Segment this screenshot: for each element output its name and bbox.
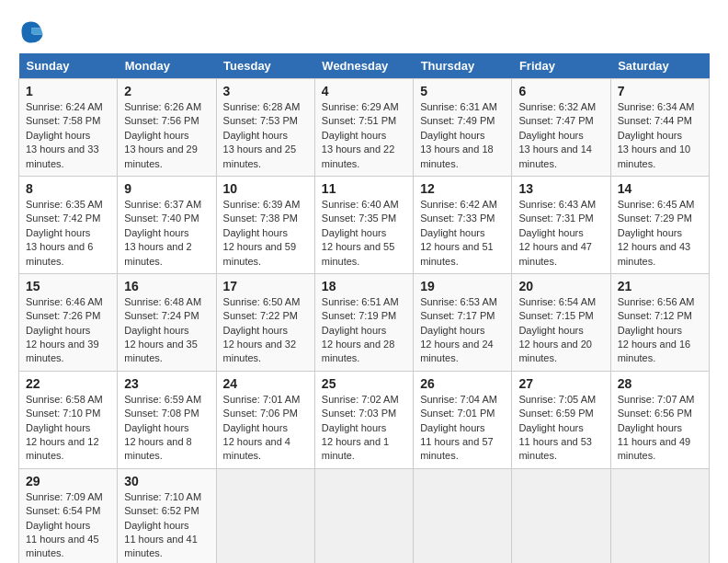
calendar-body: 1Sunrise: 6:24 AMSunset: 7:58 PMDaylight…: [19, 79, 710, 564]
day-info: Sunrise: 7:02 AMSunset: 7:03 PMDaylight …: [322, 394, 399, 462]
calendar-cell-w3d4: 26Sunrise: 7:04 AMSunset: 7:01 PMDayligh…: [414, 371, 512, 468]
calendar-cell-w1d1: 9Sunrise: 6:37 AMSunset: 7:40 PMDaylight…: [118, 176, 216, 273]
day-info: Sunrise: 7:07 AMSunset: 6:56 PMDaylight …: [618, 394, 695, 462]
calendar-cell-w3d1: 23Sunrise: 6:59 AMSunset: 7:08 PMDayligh…: [118, 371, 216, 468]
calendar-cell-w1d4: 12Sunrise: 6:42 AMSunset: 7:33 PMDayligh…: [414, 176, 512, 273]
calendar-week-row-1: 8Sunrise: 6:35 AMSunset: 7:42 PMDaylight…: [19, 176, 710, 273]
day-number: 2: [124, 84, 209, 98]
calendar-week-row-2: 15Sunrise: 6:46 AMSunset: 7:26 PMDayligh…: [19, 273, 710, 371]
day-info: Sunrise: 6:35 AMSunset: 7:42 PMDaylight …: [26, 199, 103, 267]
day-number: 19: [420, 279, 505, 293]
logo: [18, 18, 48, 44]
calendar-cell-w2d2: 17Sunrise: 6:50 AMSunset: 7:22 PMDayligh…: [216, 273, 314, 371]
day-number: 26: [420, 376, 505, 391]
day-info: Sunrise: 6:32 AMSunset: 7:47 PMDaylight …: [518, 101, 596, 169]
calendar-cell-w4d6: [610, 468, 709, 563]
calendar-cell-w1d5: 13Sunrise: 6:43 AMSunset: 7:31 PMDayligh…: [512, 176, 610, 273]
day-info: Sunrise: 6:59 AMSunset: 7:08 PMDaylight …: [124, 394, 201, 462]
day-info: Sunrise: 6:58 AMSunset: 7:10 PMDaylight …: [26, 394, 103, 462]
day-info: Sunrise: 6:53 AMSunset: 7:17 PMDaylight …: [420, 296, 497, 364]
header-saturday: Saturday: [610, 53, 709, 79]
day-info: Sunrise: 6:29 AMSunset: 7:51 PMDaylight …: [322, 101, 399, 169]
day-number: 4: [322, 84, 406, 98]
day-number: 23: [124, 376, 209, 391]
day-number: 10: [223, 181, 308, 196]
calendar-cell-w4d3: [314, 468, 413, 563]
day-info: Sunrise: 6:26 AMSunset: 7:56 PMDaylight …: [124, 101, 201, 169]
page-header: [18, 18, 710, 44]
day-number: 11: [322, 181, 406, 196]
calendar-cell-w2d5: 20Sunrise: 6:54 AMSunset: 7:15 PMDayligh…: [512, 273, 610, 371]
calendar-cell-w3d5: 27Sunrise: 7:05 AMSunset: 6:59 PMDayligh…: [512, 371, 610, 468]
calendar-cell-w0d5: 6Sunrise: 6:32 AMSunset: 7:47 PMDaylight…: [512, 79, 610, 177]
day-info: Sunrise: 6:37 AMSunset: 7:40 PMDaylight …: [124, 199, 201, 267]
calendar-cell-w3d0: 22Sunrise: 6:58 AMSunset: 7:10 PMDayligh…: [19, 371, 118, 468]
day-info: Sunrise: 6:54 AMSunset: 7:15 PMDaylight …: [518, 296, 596, 364]
day-info: Sunrise: 6:50 AMSunset: 7:22 PMDaylight …: [223, 296, 301, 364]
day-info: Sunrise: 7:05 AMSunset: 6:59 PMDaylight …: [518, 394, 596, 462]
day-info: Sunrise: 6:42 AMSunset: 7:33 PMDaylight …: [420, 199, 497, 267]
day-number: 14: [618, 181, 702, 196]
header-row: Sunday Monday Tuesday Wednesday Thursday…: [19, 53, 710, 79]
calendar-week-row-0: 1Sunrise: 6:24 AMSunset: 7:58 PMDaylight…: [19, 79, 710, 177]
day-number: 12: [420, 181, 505, 196]
day-number: 6: [518, 84, 603, 98]
day-number: 17: [223, 279, 308, 293]
calendar-cell-w4d5: [512, 468, 610, 563]
day-number: 25: [322, 376, 406, 391]
day-number: 27: [518, 376, 603, 391]
calendar-cell-w1d3: 11Sunrise: 6:40 AMSunset: 7:35 PMDayligh…: [314, 176, 413, 273]
calendar-cell-w3d6: 28Sunrise: 7:07 AMSunset: 6:56 PMDayligh…: [610, 371, 709, 468]
calendar-cell-w4d0: 29Sunrise: 7:09 AMSunset: 6:54 PMDayligh…: [19, 468, 118, 563]
header-tuesday: Tuesday: [216, 53, 314, 79]
day-info: Sunrise: 6:24 AMSunset: 7:58 PMDaylight …: [26, 101, 103, 169]
day-number: 28: [618, 376, 702, 391]
day-info: Sunrise: 6:46 AMSunset: 7:26 PMDaylight …: [26, 296, 103, 364]
day-number: 21: [618, 279, 702, 293]
calendar-week-row-3: 22Sunrise: 6:58 AMSunset: 7:10 PMDayligh…: [19, 371, 710, 468]
calendar-header: Sunday Monday Tuesday Wednesday Thursday…: [19, 53, 710, 79]
calendar-cell-w2d1: 16Sunrise: 6:48 AMSunset: 7:24 PMDayligh…: [118, 273, 216, 371]
calendar-cell-w1d6: 14Sunrise: 6:45 AMSunset: 7:29 PMDayligh…: [610, 176, 709, 273]
day-number: 24: [223, 376, 308, 391]
day-number: 20: [518, 279, 603, 293]
day-info: Sunrise: 7:01 AMSunset: 7:06 PMDaylight …: [223, 394, 301, 462]
day-number: 13: [518, 181, 603, 196]
day-info: Sunrise: 6:28 AMSunset: 7:53 PMDaylight …: [223, 101, 301, 169]
calendar-cell-w2d6: 21Sunrise: 6:56 AMSunset: 7:12 PMDayligh…: [610, 273, 709, 371]
calendar-cell-w2d4: 19Sunrise: 6:53 AMSunset: 7:17 PMDayligh…: [414, 273, 512, 371]
day-number: 16: [124, 279, 209, 293]
day-info: Sunrise: 7:10 AMSunset: 6:52 PMDaylight …: [124, 491, 201, 559]
day-info: Sunrise: 7:04 AMSunset: 7:01 PMDaylight …: [420, 394, 497, 462]
day-number: 8: [26, 181, 110, 196]
day-info: Sunrise: 6:48 AMSunset: 7:24 PMDaylight …: [124, 296, 201, 364]
day-info: Sunrise: 6:45 AMSunset: 7:29 PMDaylight …: [618, 199, 695, 267]
day-number: 9: [124, 181, 209, 196]
day-info: Sunrise: 6:56 AMSunset: 7:12 PMDaylight …: [618, 296, 695, 364]
day-number: 3: [223, 84, 308, 98]
calendar-cell-w0d6: 7Sunrise: 6:34 AMSunset: 7:44 PMDaylight…: [610, 79, 709, 177]
day-number: 5: [420, 84, 505, 98]
day-number: 22: [26, 376, 110, 391]
header-friday: Friday: [512, 53, 610, 79]
day-number: 1: [26, 84, 110, 98]
calendar-cell-w0d3: 4Sunrise: 6:29 AMSunset: 7:51 PMDaylight…: [314, 79, 413, 177]
day-number: 7: [618, 84, 702, 98]
calendar-cell-w4d2: [216, 468, 314, 563]
calendar-cell-w2d0: 15Sunrise: 6:46 AMSunset: 7:26 PMDayligh…: [19, 273, 118, 371]
day-info: Sunrise: 6:40 AMSunset: 7:35 PMDaylight …: [322, 199, 399, 267]
calendar-cell-w1d0: 8Sunrise: 6:35 AMSunset: 7:42 PMDaylight…: [19, 176, 118, 273]
day-number: 30: [124, 474, 209, 488]
calendar-cell-w4d4: [414, 468, 512, 563]
day-info: Sunrise: 6:34 AMSunset: 7:44 PMDaylight …: [618, 101, 695, 169]
calendar-cell-w0d0: 1Sunrise: 6:24 AMSunset: 7:58 PMDaylight…: [19, 79, 118, 177]
calendar-cell-w4d1: 30Sunrise: 7:10 AMSunset: 6:52 PMDayligh…: [118, 468, 216, 563]
calendar-table: Sunday Monday Tuesday Wednesday Thursday…: [18, 53, 710, 563]
calendar-cell-w0d4: 5Sunrise: 6:31 AMSunset: 7:49 PMDaylight…: [414, 79, 512, 177]
header-monday: Monday: [118, 53, 216, 79]
header-thursday: Thursday: [414, 53, 512, 79]
calendar-cell-w2d3: 18Sunrise: 6:51 AMSunset: 7:19 PMDayligh…: [314, 273, 413, 371]
calendar-cell-w1d2: 10Sunrise: 6:39 AMSunset: 7:38 PMDayligh…: [216, 176, 314, 273]
day-info: Sunrise: 6:39 AMSunset: 7:38 PMDaylight …: [223, 199, 301, 267]
calendar-cell-w0d1: 2Sunrise: 6:26 AMSunset: 7:56 PMDaylight…: [118, 79, 216, 177]
